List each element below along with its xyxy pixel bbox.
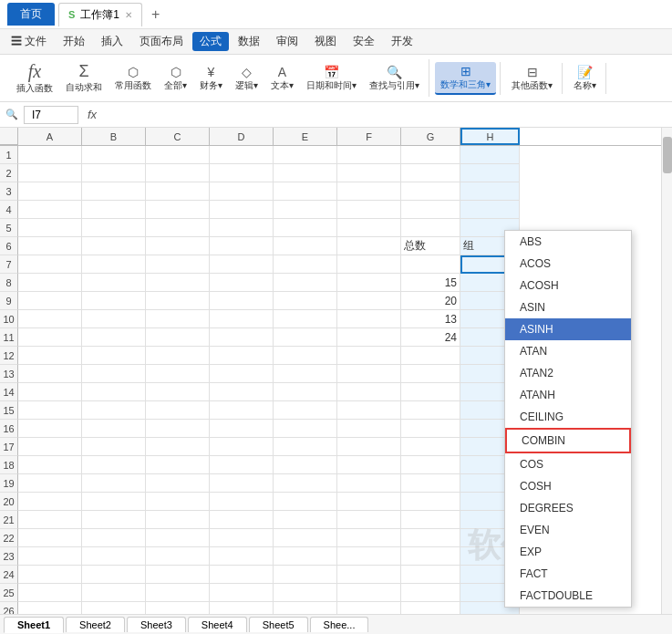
cell-E23[interactable]: [274, 547, 337, 566]
cell-G20[interactable]: [401, 493, 460, 511]
sheet-tab-3[interactable]: Sheet3: [127, 617, 186, 632]
cell-E19[interactable]: [274, 474, 337, 493]
cell-D6[interactable]: [210, 237, 274, 255]
row-4[interactable]: 4: [0, 201, 18, 219]
cell-F12[interactable]: [337, 347, 401, 365]
cell-A1[interactable]: [18, 146, 82, 164]
cell-B7[interactable]: [82, 255, 146, 274]
cell-F26[interactable]: [337, 602, 401, 614]
cell-C2[interactable]: [146, 164, 210, 182]
func-degrees[interactable]: DEGREES: [505, 497, 631, 519]
cell-C13[interactable]: [146, 365, 210, 383]
cell-G12[interactable]: [401, 347, 460, 365]
cell-D7[interactable]: [210, 255, 274, 274]
func-abs[interactable]: ABS: [505, 231, 631, 253]
cell-C8[interactable]: [146, 274, 210, 292]
cell-G15[interactable]: [401, 401, 460, 420]
cell-F23[interactable]: [337, 547, 401, 566]
date-time-button[interactable]: 📅 日期和时间▾: [301, 63, 362, 94]
cell-E2[interactable]: [274, 164, 337, 182]
cell-A25[interactable]: [18, 584, 82, 602]
cell-B8[interactable]: [82, 274, 146, 292]
cell-E25[interactable]: [274, 584, 337, 602]
cell-A21[interactable]: [18, 511, 82, 529]
cell-B15[interactable]: [82, 401, 146, 420]
cell-F25[interactable]: [337, 584, 401, 602]
cell-G11[interactable]: 24: [401, 328, 460, 347]
cell-A8[interactable]: [18, 274, 82, 292]
cell-B12[interactable]: [82, 347, 146, 365]
cell-D18[interactable]: [210, 456, 274, 474]
cell-A24[interactable]: [18, 566, 82, 584]
func-asinh[interactable]: ASINH: [505, 318, 631, 340]
cell-C10[interactable]: [146, 310, 210, 328]
vertical-scrollbar[interactable]: [661, 128, 672, 614]
cell-A22[interactable]: [18, 529, 82, 547]
cell-G8[interactable]: 15: [401, 274, 460, 292]
cell-G18[interactable]: [401, 456, 460, 474]
menu-dev[interactable]: 开发: [384, 32, 420, 51]
menu-page-layout[interactable]: 页面布局: [132, 32, 191, 51]
cell-G10[interactable]: 13: [401, 310, 460, 328]
row-16[interactable]: 16: [0, 420, 18, 438]
cell-B22[interactable]: [82, 529, 146, 547]
cell-E11[interactable]: [274, 328, 337, 347]
name-button[interactable]: 📝 名称▾: [568, 63, 602, 94]
func-cosh[interactable]: COSH: [505, 475, 631, 497]
func-factdouble[interactable]: FACTDOUBLE: [505, 585, 631, 607]
cell-D13[interactable]: [210, 365, 274, 383]
cell-E8[interactable]: [274, 274, 337, 292]
menu-start[interactable]: 开始: [56, 32, 92, 51]
close-icon[interactable]: ✕: [125, 10, 132, 20]
row-14[interactable]: 14: [0, 383, 18, 401]
cell-C12[interactable]: [146, 347, 210, 365]
row-7[interactable]: 7: [0, 255, 18, 274]
cell-A12[interactable]: [18, 347, 82, 365]
menu-insert[interactable]: 插入: [94, 32, 130, 51]
cell-D11[interactable]: [210, 328, 274, 347]
cell-F5[interactable]: [337, 219, 401, 237]
cell-D2[interactable]: [210, 164, 274, 182]
col-header-D[interactable]: D: [210, 128, 274, 145]
cell-F21[interactable]: [337, 511, 401, 529]
cell-B5[interactable]: [82, 219, 146, 237]
menu-security[interactable]: 安全: [346, 32, 382, 51]
cell-F2[interactable]: [337, 164, 401, 182]
cell-F15[interactable]: [337, 401, 401, 420]
row-25[interactable]: 25: [0, 584, 18, 602]
cell-D8[interactable]: [210, 274, 274, 292]
cell-E17[interactable]: [274, 438, 337, 456]
cell-G5[interactable]: [401, 219, 460, 237]
cell-A9[interactable]: [18, 292, 82, 310]
cell-A7[interactable]: [18, 255, 82, 274]
cell-C7[interactable]: [146, 255, 210, 274]
cell-F1[interactable]: [337, 146, 401, 164]
cell-D14[interactable]: [210, 383, 274, 401]
cell-C4[interactable]: [146, 201, 210, 219]
cell-D9[interactable]: [210, 292, 274, 310]
row-3[interactable]: 3: [0, 182, 18, 201]
cell-B4[interactable]: [82, 201, 146, 219]
cell-G14[interactable]: [401, 383, 460, 401]
cell-B10[interactable]: [82, 310, 146, 328]
cell-A5[interactable]: [18, 219, 82, 237]
cell-A4[interactable]: [18, 201, 82, 219]
cell-F9[interactable]: [337, 292, 401, 310]
cell-B14[interactable]: [82, 383, 146, 401]
cell-A6[interactable]: [18, 237, 82, 255]
cell-E1[interactable]: [274, 146, 337, 164]
cell-C11[interactable]: [146, 328, 210, 347]
cell-D24[interactable]: [210, 566, 274, 584]
menu-review[interactable]: 审阅: [269, 32, 305, 51]
cell-D23[interactable]: [210, 547, 274, 566]
func-acosh[interactable]: ACOSH: [505, 275, 631, 296]
cell-D10[interactable]: [210, 310, 274, 328]
tab-workbook[interactable]: S 工作簿1 ✕: [58, 3, 142, 26]
cell-F3[interactable]: [337, 182, 401, 201]
cell-E20[interactable]: [274, 493, 337, 511]
cell-C19[interactable]: [146, 474, 210, 493]
row-6[interactable]: 6: [0, 237, 18, 255]
cell-C6[interactable]: [146, 237, 210, 255]
row-21[interactable]: 21: [0, 511, 18, 529]
cell-B6[interactable]: [82, 237, 146, 255]
